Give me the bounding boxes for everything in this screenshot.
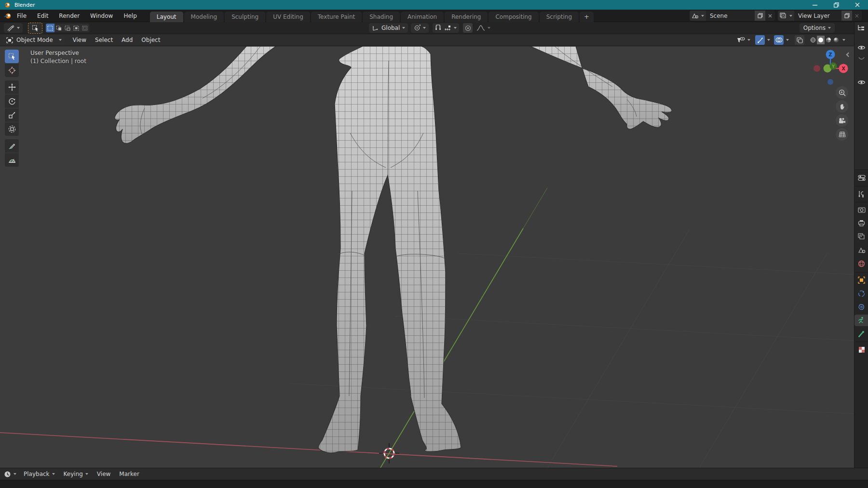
mode-dropdown[interactable]: Object Mode xyxy=(3,35,65,45)
outliner-visibility-toggle[interactable] xyxy=(857,79,866,85)
tool-move[interactable] xyxy=(5,80,19,94)
tab-shading[interactable]: Shading xyxy=(363,12,400,22)
tool-rotate[interactable] xyxy=(5,94,19,108)
gizmo-minus-z-ball[interactable] xyxy=(827,79,833,85)
minimize-button[interactable] xyxy=(804,0,826,10)
tab-sculpting[interactable]: Sculpting xyxy=(225,12,265,22)
menu-select[interactable]: Select xyxy=(91,37,117,43)
shading-rendered-button[interactable] xyxy=(832,36,840,44)
mesh-body-legs[interactable] xyxy=(318,46,461,453)
ortho-toggle-button[interactable] xyxy=(836,128,848,141)
menu-add[interactable]: Add xyxy=(117,37,137,43)
scene-name[interactable]: Scene xyxy=(706,13,754,19)
proportional-editing-toggle[interactable] xyxy=(463,23,473,33)
menu-render[interactable]: Render xyxy=(54,10,85,22)
properties-tab-texture[interactable] xyxy=(854,344,868,356)
tab-modeling[interactable]: Modeling xyxy=(184,12,224,22)
blender-menu-logo-icon[interactable] xyxy=(3,13,12,19)
properties-tab-render[interactable] xyxy=(854,204,868,215)
properties-tab-tool[interactable] xyxy=(854,188,868,200)
properties-editor-button[interactable] xyxy=(854,172,868,184)
properties-tab-output[interactable] xyxy=(854,217,868,229)
tool-measure[interactable] xyxy=(5,153,19,167)
menu-file[interactable]: File xyxy=(12,10,32,22)
select-mode-extend[interactable] xyxy=(54,24,63,32)
properties-tab-physics[interactable] xyxy=(854,288,868,299)
select-mode-intersect[interactable] xyxy=(81,24,89,32)
menu-window[interactable]: Window xyxy=(85,10,118,22)
active-tool-button[interactable] xyxy=(28,23,42,33)
gizmo-x-label: X xyxy=(841,66,845,71)
timeline-menu-playback[interactable]: Playback xyxy=(19,471,59,477)
view-layer-browse-button[interactable] xyxy=(778,11,794,21)
menu-help[interactable]: Help xyxy=(118,10,142,22)
outliner-collapse-chevron[interactable] xyxy=(858,57,865,61)
snap-increment-icon[interactable] xyxy=(444,25,451,31)
magnet-icon[interactable] xyxy=(435,25,441,31)
tab-compositing[interactable]: Compositing xyxy=(488,12,538,22)
properties-tab-constraints[interactable] xyxy=(854,301,868,313)
ortho-grid-icon xyxy=(839,131,846,138)
gizmo-minus-x-ball[interactable] xyxy=(814,65,820,72)
overlays-toggle[interactable] xyxy=(774,35,784,45)
select-box-icon xyxy=(32,25,39,32)
view-layer-name[interactable]: View Layer xyxy=(794,13,841,19)
close-button[interactable] xyxy=(847,0,868,10)
scene-new-button[interactable] xyxy=(755,11,765,21)
mesh-right-arm[interactable] xyxy=(530,46,672,129)
timeline-editor-type-button[interactable] xyxy=(4,471,16,478)
pan-button[interactable] xyxy=(836,100,848,113)
tool-select-box[interactable] xyxy=(5,50,19,63)
3d-viewport[interactable]: User Perspective (1) Collection | root xyxy=(0,46,854,468)
navigation-gizmo[interactable]: Y Z X xyxy=(811,49,850,88)
xray-toggle[interactable] xyxy=(795,35,804,45)
show-object-types-dropdown[interactable] xyxy=(737,37,750,43)
outliner-editor-button[interactable] xyxy=(857,24,866,32)
tab-rendering[interactable]: Rendering xyxy=(445,12,488,22)
add-workspace-button[interactable]: + xyxy=(580,12,594,22)
properties-tab-object[interactable] xyxy=(854,274,868,286)
zoom-button[interactable] xyxy=(836,86,848,99)
tool-annotate[interactable] xyxy=(5,139,19,153)
menu-view[interactable]: View xyxy=(68,37,91,43)
tab-layout[interactable]: Layout xyxy=(150,12,183,22)
tool-cursor[interactable] xyxy=(5,64,19,77)
timeline-menu-marker[interactable]: Marker xyxy=(115,471,143,477)
tab-animation[interactable]: Animation xyxy=(401,12,444,22)
properties-tab-object-data[interactable] xyxy=(854,315,868,326)
camera-view-button[interactable] xyxy=(836,114,848,127)
menu-edit[interactable]: Edit xyxy=(32,10,54,22)
properties-tab-world[interactable] xyxy=(854,258,868,269)
properties-tab-scene[interactable] xyxy=(854,244,868,256)
restore-button[interactable] xyxy=(826,0,847,10)
menu-object[interactable]: Object xyxy=(137,37,164,43)
scene-browse-button[interactable] xyxy=(690,11,706,21)
tab-scripting[interactable]: Scripting xyxy=(540,12,579,22)
select-mode-subtract[interactable] xyxy=(63,24,72,32)
mesh-left-arm[interactable] xyxy=(115,46,276,144)
properties-tab-view-layer[interactable] xyxy=(854,231,868,242)
tab-uv-editing[interactable]: UV Editing xyxy=(266,12,310,22)
timeline-menu-view[interactable]: View xyxy=(93,471,115,477)
outliner-visibility-toggle[interactable] xyxy=(857,45,866,51)
pivot-point-dropdown[interactable] xyxy=(411,23,429,33)
view-layer-unlink-button[interactable] xyxy=(852,11,862,21)
transform-orientation-dropdown[interactable]: Global xyxy=(369,23,408,33)
select-mode-invert[interactable] xyxy=(72,24,81,32)
tool-scale[interactable] xyxy=(5,108,19,122)
gizmos-toggle[interactable] xyxy=(755,35,765,45)
falloff-dropdown[interactable] xyxy=(476,25,490,31)
shading-solid-button[interactable] xyxy=(817,36,825,44)
properties-tab-bone[interactable] xyxy=(854,328,868,340)
annotate-tool-dropdown[interactable] xyxy=(4,23,23,33)
timeline-menu-keying[interactable]: Keying xyxy=(59,471,93,477)
tool-transform[interactable] xyxy=(5,122,19,136)
scene-unlink-button[interactable] xyxy=(765,11,775,21)
view-layer-new-button[interactable] xyxy=(841,11,852,21)
shading-material-button[interactable] xyxy=(825,36,832,44)
orientation-value: Global xyxy=(381,25,400,31)
options-dropdown[interactable]: Options xyxy=(800,23,835,33)
shading-wireframe-button[interactable] xyxy=(809,36,817,44)
tab-texture-paint[interactable]: Texture Paint xyxy=(311,12,362,22)
select-mode-set[interactable] xyxy=(46,24,54,32)
